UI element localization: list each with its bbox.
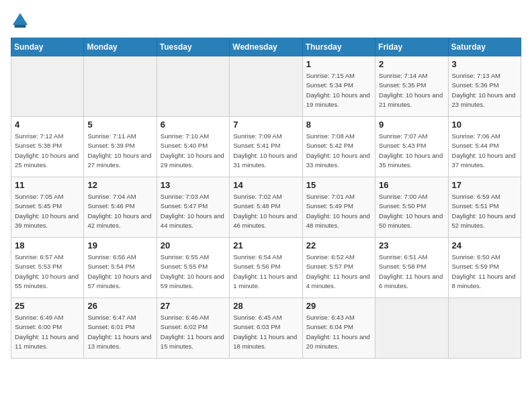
day-info: Sunrise: 6:49 AMSunset: 6:00 PMDaylight:… [15,313,80,351]
day-info: Sunrise: 7:07 AMSunset: 5:43 PMDaylight:… [379,132,444,170]
day-number: 18 [15,240,80,250]
calendar-cell: 1Sunrise: 7:15 AMSunset: 5:34 PMDaylight… [302,56,375,117]
day-number: 3 [452,59,517,69]
day-number: 14 [233,180,298,190]
svg-rect-1 [15,25,26,28]
day-info: Sunrise: 7:03 AMSunset: 5:47 PMDaylight:… [161,192,226,230]
day-number: 25 [15,301,80,311]
day-info: Sunrise: 7:15 AMSunset: 5:34 PMDaylight:… [306,71,371,109]
day-info: Sunrise: 7:12 AMSunset: 5:38 PMDaylight:… [15,132,80,170]
calendar-cell: 29Sunrise: 6:43 AMSunset: 6:04 PMDayligh… [302,298,375,359]
week-row-1: 1Sunrise: 7:15 AMSunset: 5:34 PMDaylight… [11,56,521,117]
day-info: Sunrise: 6:45 AMSunset: 6:03 PMDaylight:… [233,313,298,351]
calendar-cell: 14Sunrise: 7:02 AMSunset: 5:48 PMDayligh… [230,177,302,238]
logo-icon [11,11,30,30]
day-info: Sunrise: 7:14 AMSunset: 5:35 PMDaylight:… [379,71,444,109]
day-number: 2 [379,59,444,69]
calendar-cell: 7Sunrise: 7:09 AMSunset: 5:41 PMDaylight… [230,117,302,177]
day-number: 10 [452,120,517,130]
day-number: 12 [87,180,152,190]
day-number: 19 [87,240,152,250]
day-number: 21 [233,240,298,250]
day-header-friday: Friday [375,38,448,56]
day-info: Sunrise: 6:54 AMSunset: 5:56 PMDaylight:… [233,253,298,291]
day-header-sunday: Sunday [11,38,84,56]
day-info: Sunrise: 6:50 AMSunset: 5:59 PMDaylight:… [452,253,517,291]
day-header-monday: Monday [84,38,157,56]
calendar-cell [375,298,448,359]
day-info: Sunrise: 6:56 AMSunset: 5:54 PMDaylight:… [87,253,152,291]
week-row-2: 4Sunrise: 7:12 AMSunset: 5:38 PMDaylight… [11,117,521,177]
calendar-cell: 9Sunrise: 7:07 AMSunset: 5:43 PMDaylight… [375,117,448,177]
day-info: Sunrise: 6:43 AMSunset: 6:04 PMDaylight:… [306,313,371,351]
day-info: Sunrise: 6:55 AMSunset: 5:55 PMDaylight:… [161,253,226,291]
day-headers-row: SundayMondayTuesdayWednesdayThursdayFrid… [11,38,521,56]
calendar-cell: 21Sunrise: 6:54 AMSunset: 5:56 PMDayligh… [230,238,302,298]
calendar-cell: 6Sunrise: 7:10 AMSunset: 5:40 PMDaylight… [157,117,229,177]
day-number: 24 [452,240,517,250]
day-info: Sunrise: 6:59 AMSunset: 5:51 PMDaylight:… [452,192,517,230]
day-number: 5 [87,120,152,130]
calendar-cell: 20Sunrise: 6:55 AMSunset: 5:55 PMDayligh… [157,238,229,298]
day-number: 7 [233,120,298,130]
calendar-cell: 2Sunrise: 7:14 AMSunset: 5:35 PMDaylight… [375,56,448,117]
day-number: 15 [306,180,371,190]
day-header-saturday: Saturday [448,38,521,56]
day-info: Sunrise: 7:11 AMSunset: 5:39 PMDaylight:… [87,132,152,170]
day-info: Sunrise: 6:52 AMSunset: 5:57 PMDaylight:… [306,253,371,291]
calendar-cell: 24Sunrise: 6:50 AMSunset: 5:59 PMDayligh… [448,238,521,298]
day-info: Sunrise: 6:46 AMSunset: 6:02 PMDaylight:… [161,313,226,351]
day-info: Sunrise: 7:00 AMSunset: 5:50 PMDaylight:… [379,192,444,230]
week-row-5: 25Sunrise: 6:49 AMSunset: 6:00 PMDayligh… [11,298,521,359]
day-number: 8 [306,120,371,130]
calendar-cell: 12Sunrise: 7:04 AMSunset: 5:46 PMDayligh… [84,177,157,238]
calendar-cell [157,56,229,117]
day-number: 26 [87,301,152,311]
day-number: 6 [161,120,226,130]
calendar-cell: 15Sunrise: 7:01 AMSunset: 5:49 PMDayligh… [302,177,375,238]
calendar-cell: 4Sunrise: 7:12 AMSunset: 5:38 PMDaylight… [11,117,84,177]
day-info: Sunrise: 7:09 AMSunset: 5:41 PMDaylight:… [233,132,298,170]
day-info: Sunrise: 7:06 AMSunset: 5:44 PMDaylight:… [452,132,517,170]
day-number: 17 [452,180,517,190]
day-number: 11 [15,180,80,190]
day-header-thursday: Thursday [302,38,375,56]
day-number: 13 [161,180,226,190]
page-header [11,11,521,30]
day-info: Sunrise: 7:10 AMSunset: 5:40 PMDaylight:… [161,132,226,170]
svg-marker-0 [13,13,28,26]
calendar-table: SundayMondayTuesdayWednesdayThursdayFrid… [11,38,521,359]
calendar-cell: 10Sunrise: 7:06 AMSunset: 5:44 PMDayligh… [448,117,521,177]
calendar-cell: 17Sunrise: 6:59 AMSunset: 5:51 PMDayligh… [448,177,521,238]
calendar-cell: 26Sunrise: 6:47 AMSunset: 6:01 PMDayligh… [84,298,157,359]
day-number: 1 [306,59,371,69]
day-info: Sunrise: 7:02 AMSunset: 5:48 PMDaylight:… [233,192,298,230]
calendar-cell: 5Sunrise: 7:11 AMSunset: 5:39 PMDaylight… [84,117,157,177]
day-header-wednesday: Wednesday [230,38,302,56]
week-row-3: 11Sunrise: 7:05 AMSunset: 5:45 PMDayligh… [11,177,521,238]
calendar-cell: 13Sunrise: 7:03 AMSunset: 5:47 PMDayligh… [157,177,229,238]
day-info: Sunrise: 7:08 AMSunset: 5:42 PMDaylight:… [306,132,371,170]
day-info: Sunrise: 6:51 AMSunset: 5:58 PMDaylight:… [379,253,444,291]
day-number: 29 [306,301,371,311]
week-row-4: 18Sunrise: 6:57 AMSunset: 5:53 PMDayligh… [11,238,521,298]
calendar-cell: 11Sunrise: 7:05 AMSunset: 5:45 PMDayligh… [11,177,84,238]
calendar-cell: 19Sunrise: 6:56 AMSunset: 5:54 PMDayligh… [84,238,157,298]
calendar-cell: 3Sunrise: 7:13 AMSunset: 5:36 PMDaylight… [448,56,521,117]
calendar-cell: 18Sunrise: 6:57 AMSunset: 5:53 PMDayligh… [11,238,84,298]
calendar-cell [11,56,84,117]
day-number: 9 [379,120,444,130]
day-number: 22 [306,240,371,250]
day-info: Sunrise: 7:04 AMSunset: 5:46 PMDaylight:… [87,192,152,230]
day-number: 27 [161,301,226,311]
day-info: Sunrise: 6:57 AMSunset: 5:53 PMDaylight:… [15,253,80,291]
day-info: Sunrise: 7:01 AMSunset: 5:49 PMDaylight:… [306,192,371,230]
day-info: Sunrise: 6:47 AMSunset: 6:01 PMDaylight:… [87,313,152,351]
calendar-cell [84,56,157,117]
day-number: 16 [379,180,444,190]
day-info: Sunrise: 7:05 AMSunset: 5:45 PMDaylight:… [15,192,80,230]
day-number: 4 [15,120,80,130]
calendar-cell: 16Sunrise: 7:00 AMSunset: 5:50 PMDayligh… [375,177,448,238]
day-number: 23 [379,240,444,250]
calendar-cell: 23Sunrise: 6:51 AMSunset: 5:58 PMDayligh… [375,238,448,298]
